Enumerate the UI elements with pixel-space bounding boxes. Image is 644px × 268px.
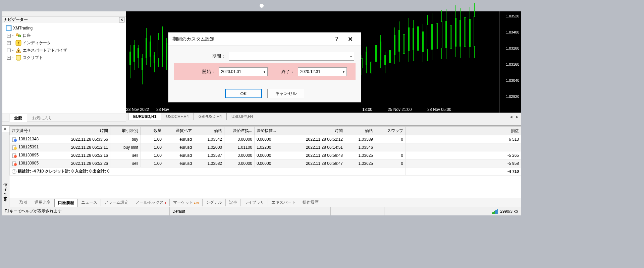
expand-icon[interactable]: + xyxy=(7,41,11,45)
signal-bars-icon xyxy=(492,209,498,214)
ok-button[interactable]: OK xyxy=(225,89,262,98)
clock-icon xyxy=(12,169,16,174)
status-help: F1キーでヘルプが表示されます xyxy=(2,207,170,215)
start-label: 開始： xyxy=(180,69,215,75)
chevron-down-icon: ▾ xyxy=(343,70,344,74)
column-header[interactable]: 取引種別 xyxy=(110,127,141,135)
table-row[interactable]: 1381253912022.11.28 06:12:11buy limit1.0… xyxy=(10,143,521,151)
tree-item-label: エキスパートアドバイザ xyxy=(23,48,67,53)
start-date-input[interactable]: 2020.01.01 ▾ xyxy=(219,67,268,76)
column-header[interactable]: 数量 xyxy=(141,127,164,135)
tree-item-ea[interactable]: +エキスパートアドバイザ xyxy=(4,47,124,54)
chart-scroll-left[interactable]: ◄ xyxy=(508,114,514,120)
date-range-highlight: 開始： 2020.01.01 ▾ 終了： 2020.12.31 ▾ xyxy=(174,63,356,80)
terminal-tab-取引[interactable]: 取引 xyxy=(16,199,31,206)
terminal-side-label: ターミナル xyxy=(2,132,9,207)
end-label: 終了： xyxy=(271,69,294,75)
chart-tab-usdchf[interactable]: USDCHF,H4 xyxy=(161,113,194,120)
navigator-panel: ナビゲーター × XMTrading +口座+fインディケータ+エキスパートアド… xyxy=(2,16,126,122)
dialog-titlebar[interactable]: 期間のカスタム設定 ? ✕ xyxy=(168,32,361,46)
price-tick: 1.02920 xyxy=(506,94,519,98)
tab-favorites[interactable]: お気に入り xyxy=(27,114,57,122)
chart-tab-usdjpy[interactable]: USDJPY,H4 xyxy=(227,113,258,120)
status-profile[interactable]: Default xyxy=(170,207,277,215)
price-tick: 1.03280 xyxy=(506,46,519,50)
price-tick: 1.03520 xyxy=(506,14,519,18)
window-handle-icon[interactable] xyxy=(260,4,264,8)
time-tick: 13:00 xyxy=(362,107,372,112)
tree-root[interactable]: XMTrading xyxy=(4,24,124,32)
svg-point-3 xyxy=(18,35,21,37)
terminal-panel: × ターミナル 注文番号 /時間取引種別数量通貨ペア価格決済逆指...決済指値.… xyxy=(2,125,521,207)
order-type-icon xyxy=(12,161,17,166)
history-grid[interactable]: 注文番号 /時間取引種別数量通貨ペア価格決済逆指...決済指値...時間価格スワ… xyxy=(9,126,521,191)
end-date-input[interactable]: 2020.12.31 ▾ xyxy=(298,67,347,76)
terminal-tab-操作履歴[interactable]: 操作履歴 xyxy=(299,199,322,206)
expand-icon[interactable]: + xyxy=(7,49,11,52)
svg-point-2 xyxy=(16,34,18,36)
table-row[interactable]: 1381309052022.11.28 06:52:26sell1.00euru… xyxy=(10,159,521,168)
column-header[interactable]: 注文番号 / xyxy=(10,127,53,135)
column-header[interactable]: 時間 xyxy=(288,127,345,135)
chart-scroll-right[interactable]: ► xyxy=(515,114,520,120)
table-row[interactable]: 1381213482022.11.28 05:33:56buy1.00eurus… xyxy=(10,135,521,143)
terminal-tab-ニュース[interactable]: ニュース xyxy=(78,199,101,206)
svg-rect-1 xyxy=(7,26,10,30)
tree-item-accounts[interactable]: +口座 xyxy=(4,32,124,39)
terminal-tab-口座履歴[interactable]: 口座履歴 xyxy=(54,199,78,207)
terminal-tab-アラーム設定[interactable]: アラーム設定 xyxy=(101,199,132,206)
chart-tab-eurusd[interactable]: EURUSD,H1 xyxy=(128,113,161,120)
terminal-tab-運用比率[interactable]: 運用比率 xyxy=(31,199,54,206)
terminal-tab-シグナル[interactable]: シグナル xyxy=(203,199,226,206)
tree-item-indicator[interactable]: +fインディケータ xyxy=(4,39,124,47)
column-header[interactable]: スワップ xyxy=(375,127,406,135)
terminal-tab-ライブラリ[interactable]: ライブラリ xyxy=(241,199,268,206)
column-header[interactable]: 決済指値... xyxy=(255,127,288,135)
chart-tab-gbpusd[interactable]: GBPUSD,H4 xyxy=(194,113,227,120)
column-header[interactable]: 価格 xyxy=(345,127,375,135)
price-tick: 1.03400 xyxy=(506,30,519,34)
ea-icon xyxy=(15,48,21,53)
expand-icon[interactable]: + xyxy=(7,34,11,38)
dialog-help-button[interactable]: ? xyxy=(330,36,343,42)
column-header[interactable]: 損益 xyxy=(406,127,521,135)
connection-text: 2990/3 kb xyxy=(500,209,518,214)
indicator-icon: f xyxy=(15,40,21,46)
accounts-icon xyxy=(15,33,21,38)
summary-row: 損益計: -4 710 クレジット計: 0 入金計: 0 出金計: 0-4 71… xyxy=(10,168,521,176)
tree-item-label: インディケータ xyxy=(23,40,51,46)
navigator-tree: XMTrading +口座+fインディケータ+エキスパートアドバイザ+スクリプト xyxy=(2,23,126,63)
tree-root-label: XMTrading xyxy=(13,26,33,30)
broker-icon xyxy=(6,25,12,31)
connection-indicator[interactable]: 2990/3 kb xyxy=(492,209,521,214)
svg-point-9 xyxy=(14,139,17,142)
terminal-tab-メールボックス[interactable]: メールボックス4 xyxy=(132,199,170,206)
svg-rect-7 xyxy=(16,55,21,60)
order-type-icon xyxy=(12,153,17,158)
terminal-tab-記事[interactable]: 記事 xyxy=(226,199,241,206)
chart-tabs: EURUSD,H1USDCHF,H4GBPUSD,H4USDJPY,H4 ◄ ► xyxy=(126,113,521,121)
navigator-close-button[interactable]: × xyxy=(119,17,124,22)
script-icon xyxy=(15,55,21,60)
time-axis: 23 Nov 202223 Nov13:0025 Nov 21:0028 Nov… xyxy=(126,107,499,113)
table-row[interactable]: 1381308952022.11.28 06:52:16sell1.00euru… xyxy=(10,151,521,159)
statusbar: F1キーでヘルプが表示されます Default 2990/3 kb xyxy=(2,207,521,215)
order-type-icon xyxy=(12,137,17,142)
dialog-close-button[interactable]: ✕ xyxy=(343,36,357,43)
terminal-close-button[interactable]: × xyxy=(3,126,7,131)
window-titlebar xyxy=(0,0,523,11)
custom-period-dialog: 期間のカスタム設定 ? ✕ 期間： ▾ 開始： 2020.01.01 ▾ 終了：… xyxy=(168,32,361,103)
column-header[interactable]: 決済逆指... xyxy=(224,127,255,135)
svg-point-11 xyxy=(14,147,17,150)
tree-item-script[interactable]: +スクリプト xyxy=(4,54,124,61)
terminal-tab-マーケット[interactable]: マーケット146 xyxy=(170,199,203,206)
navigator-tabs: 全般 お気に入り xyxy=(2,114,126,122)
column-header[interactable]: 通貨ペア xyxy=(164,127,194,135)
column-header[interactable]: 時間 xyxy=(53,127,110,135)
cancel-button[interactable]: キャンセル xyxy=(267,89,304,98)
column-header[interactable]: 価格 xyxy=(194,127,224,135)
period-dropdown[interactable]: ▾ xyxy=(229,52,354,61)
tab-general[interactable]: 全般 xyxy=(9,114,27,122)
expand-icon[interactable]: + xyxy=(7,56,11,60)
terminal-tab-エキスパート[interactable]: エキスパート xyxy=(268,199,299,206)
